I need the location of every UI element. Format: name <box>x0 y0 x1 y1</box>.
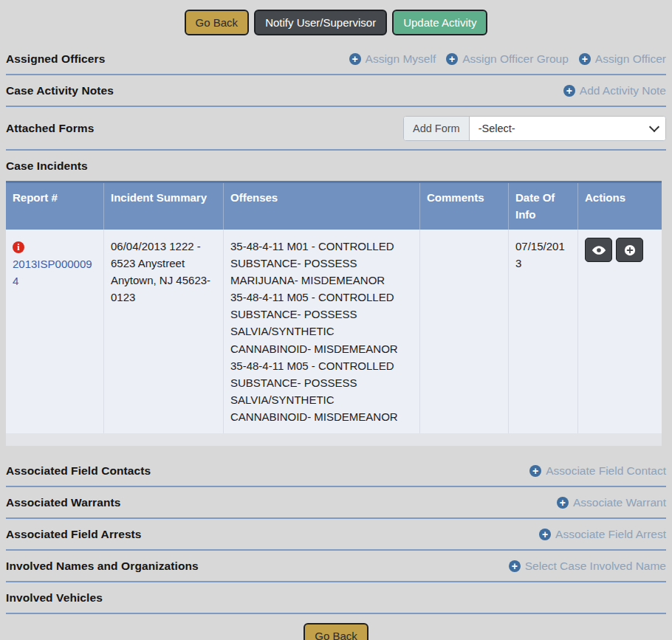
link-label: Assign Myself <box>366 52 436 66</box>
case-incidents-title: Case Incidents <box>6 159 88 173</box>
link-label: Assign Officer <box>595 52 666 66</box>
add-incident-button[interactable] <box>616 238 643 262</box>
column-header-date-of-info: Date Of Info <box>509 183 578 230</box>
column-header-offenses: Offenses <box>224 183 420 230</box>
eye-icon <box>592 244 606 256</box>
assign-officer-link[interactable]: Assign Officer <box>579 52 666 66</box>
link-label: Select Case Involved Name <box>525 560 666 573</box>
link-label: Associate Field Contact <box>546 464 666 478</box>
plus-circle-icon <box>539 529 551 540</box>
action-buttons <box>585 238 655 262</box>
case-incidents-table-header: Report # Incident Summary Offenses Comme… <box>6 183 662 230</box>
case-detail-page: Go Back Notify User/Supervisor Update Ac… <box>0 0 672 640</box>
associate-warrant-link[interactable]: Associate Warrant <box>557 496 666 509</box>
associated-field-contacts-title: Associated Field Contacts <box>6 464 151 478</box>
associated-warrants-title: Associated Warrants <box>6 496 121 509</box>
table-row: i 2013ISP0000094 06/04/2013 1222 - 6523 … <box>6 230 662 433</box>
column-header-actions: Actions <box>578 183 662 230</box>
offense-item: 35-48-4-11 M01 - CONTROLLED SUBSTANCE- P… <box>230 238 413 289</box>
date-of-info-cell: 07/15/2013 <box>509 230 578 433</box>
plus-circle-icon <box>563 85 575 97</box>
assign-myself-link[interactable]: Assign Myself <box>349 52 436 66</box>
assigned-officers-title: Assigned Officers <box>6 52 105 66</box>
add-form-button[interactable]: Add Form <box>404 117 470 140</box>
go-back-button-bottom[interactable]: Go Back <box>304 623 368 640</box>
link-label: Associate Field Arrest <box>555 528 666 541</box>
view-incident-button[interactable] <box>585 238 612 262</box>
associate-field-arrest-link[interactable]: Associate Field Arrest <box>539 528 666 541</box>
link-label: Associate Warrant <box>573 496 666 509</box>
section-associated-field-contacts: Associated Field Contacts Associate Fiel… <box>6 455 666 487</box>
update-activity-button[interactable]: Update Activity <box>392 10 487 35</box>
assigned-officers-links: Assign Myself Assign Officer Group Assig… <box>349 52 666 66</box>
section-case-activity-notes: Case Activity Notes Add Activity Note <box>6 75 666 107</box>
form-select-wrap: -Select- <box>470 117 665 140</box>
report-number-cell: i 2013ISP0000094 <box>6 230 104 433</box>
top-toolbar: Go Back Notify User/Supervisor Update Ac… <box>6 0 666 44</box>
section-assigned-officers: Assigned Officers Assign Myself Assign O… <box>6 44 666 75</box>
case-activity-notes-title: Case Activity Notes <box>6 84 114 97</box>
offenses-cell: 35-48-4-11 M01 - CONTROLLED SUBSTANCE- P… <box>224 230 420 433</box>
add-form-group: Add Form -Select- <box>403 116 666 141</box>
attached-forms-title: Attached Forms <box>6 122 94 135</box>
column-header-incident-summary: Incident Summary <box>104 183 224 230</box>
column-header-comments: Comments <box>420 183 509 230</box>
section-associated-field-arrests: Associated Field Arrests Associate Field… <box>6 519 666 551</box>
notify-user-supervisor-button[interactable]: Notify User/Supervisor <box>254 10 387 35</box>
plus-circle-icon <box>579 53 591 65</box>
link-label: Assign Officer Group <box>462 52 569 66</box>
table-footer-strip <box>6 433 662 446</box>
section-involved-vehicles: Involved Vehicles <box>6 582 666 614</box>
case-activity-notes-links: Add Activity Note <box>563 84 666 97</box>
assign-officer-group-link[interactable]: Assign Officer Group <box>446 52 569 66</box>
link-label: Add Activity Note <box>580 84 666 97</box>
select-case-involved-name-link[interactable]: Select Case Involved Name <box>509 560 666 573</box>
incident-summary-cell: 06/04/2013 1222 - 6523 Anystreet Anytown… <box>104 230 224 433</box>
info-circle-icon: i <box>13 241 24 253</box>
involved-vehicles-title: Involved Vehicles <box>6 591 103 605</box>
actions-cell <box>578 230 662 433</box>
section-attached-forms: Attached Forms Add Form -Select- <box>6 107 666 151</box>
section-case-incidents: Case Incidents <box>6 151 666 179</box>
offense-item: 35-48-4-11 M05 - CONTROLLED SUBSTANCE- P… <box>230 289 413 357</box>
section-involved-names: Involved Names and Organizations Select … <box>6 551 666 582</box>
add-activity-note-link[interactable]: Add Activity Note <box>563 84 666 97</box>
report-number-link[interactable]: 2013ISP0000094 <box>13 258 92 287</box>
bottom-toolbar: Go Back <box>6 614 666 640</box>
plus-circle-icon <box>446 53 458 65</box>
plus-circle-icon <box>529 465 541 477</box>
section-associated-warrants: Associated Warrants Associate Warrant <box>6 487 666 519</box>
plus-circle-icon <box>509 560 521 572</box>
plus-circle-icon <box>623 244 637 257</box>
associated-field-arrests-title: Associated Field Arrests <box>6 528 142 541</box>
case-incidents-table: Report # Incident Summary Offenses Comme… <box>6 181 662 446</box>
column-header-report: Report # <box>6 183 104 230</box>
offense-item: 35-48-4-11 M05 - CONTROLLED SUBSTANCE- P… <box>230 357 413 425</box>
associate-field-contact-link[interactable]: Associate Field Contact <box>529 464 666 478</box>
comments-cell <box>420 230 509 433</box>
involved-names-title: Involved Names and Organizations <box>6 560 199 573</box>
go-back-button[interactable]: Go Back <box>185 10 250 35</box>
plus-circle-icon <box>557 497 569 509</box>
plus-circle-icon <box>349 53 361 65</box>
form-select[interactable]: -Select- <box>470 117 665 140</box>
